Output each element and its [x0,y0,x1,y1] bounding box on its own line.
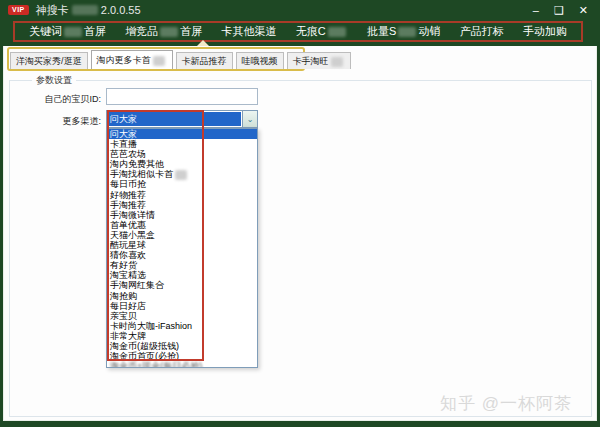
menu-item-label: 首屏 [84,24,106,39]
window-frame: VIP 神搜卡 2.0.0.55 – ❑ ✕ 关键词首屏增竞品首屏卡其他渠道无痕… [0,0,600,427]
minimize-button[interactable]: – [533,5,539,16]
dropdown-item-label: 好物推荐 [110,190,146,200]
dropdown-item[interactable]: 淘内免费其他 [107,159,257,169]
dropdown-item-label: 芭芭农场 [110,149,146,159]
tab-2[interactable]: 淘内更多卡首 [91,50,173,69]
dropdown-item[interactable]: 首单优惠 [107,220,257,230]
dropdown-item[interactable]: 淘金币(超级抵钱) [107,341,257,351]
dropdown-item-label: 手淘找相似卡首 [110,169,173,179]
dropdown-item[interactable]: 天猫小黑盒 [107,230,257,240]
menu-item[interactable]: 增竞品首屏 [125,24,202,39]
dropdown-item-label: 酷玩星球 [110,240,146,250]
tab-label: 卡手淘旺 [293,56,329,66]
channel-dropdown-list: 问大家卡直播芭芭农场淘内免费其他手淘找相似卡首每日币抢好物推荐手淘推荐手淘微详情… [106,128,258,368]
dropdown-item[interactable]: 卡时尚大咖-iFashion [107,321,257,331]
censored-blur [64,27,82,37]
menu-item[interactable]: 产品打标 [460,24,504,39]
dropdown-item-label: 每日币抢 [110,179,146,189]
menu-item[interactable]: 卡其他渠道 [222,24,277,39]
dropdown-item-label: 淘宝精选 [110,270,146,280]
dropdown-item[interactable]: 亲宝贝 [107,311,257,321]
combobox-selected-value: 问大家 [108,112,241,126]
watermark-text: 知乎 @一杯阿茶 [440,392,572,415]
content-area: 洋淘买家秀/逛逛淘内更多卡首卡新品推荐哇哦视频卡手淘旺 参数设置 自己的宝贝ID… [3,46,597,421]
maximize-button[interactable]: ❑ [554,5,564,16]
menu-item-label: 无痕C [296,24,326,39]
groupbox-label: 参数设置 [32,74,76,87]
menu-item-label: 关键词 [29,24,62,39]
dropdown-item[interactable]: 手淘微详情 [107,210,257,220]
dropdown-item[interactable]: 每日币抢 [107,179,257,189]
dropdown-item[interactable]: 手淘推荐 [107,200,257,210]
dropdown-item-label: 淘内免费其他 [110,159,164,169]
tab-label: 淘内更多卡首 [97,55,151,65]
menu-item[interactable]: 关键词首屏 [29,24,106,39]
dropdown-item-label: 淘金币(超级抵钱) [110,341,179,351]
dropdown-item-label: 首单优惠 [110,220,146,230]
censored-blur [160,27,178,37]
tab-1[interactable]: 洋淘买家秀/逛逛 [10,52,88,69]
dropdown-item-label: 卡直播 [110,139,137,149]
dropdown-item[interactable]: 淘抢购 [107,291,257,301]
dropdown-item[interactable]: 好物推荐 [107,190,257,200]
dropdown-item[interactable]: 酷玩星球 [107,240,257,250]
dropdown-item[interactable]: 芭芭农场 [107,149,257,159]
dropdown-item[interactable]: 淘金币+现金(每日必抢) [107,361,257,368]
dropdown-item-label: 每日好店 [110,301,146,311]
dropdown-item-label: 亲宝贝 [110,311,137,321]
censored-blur [331,57,343,67]
censored-blur [153,56,165,66]
dropdown-item-label: 手淘微详情 [110,210,155,220]
tab-5[interactable]: 卡手淘旺 [287,52,351,69]
menu-item-label: 产品打标 [460,24,504,39]
menu-annotation-box: 关键词首屏增竞品首屏卡其他渠道无痕C批量S动销产品打标手动加购 [13,21,583,42]
dropdown-item[interactable]: 淘宝精选 [107,270,257,280]
dropdown-item[interactable]: 每日好店 [107,301,257,311]
window-controls: – ❑ ✕ [533,0,588,20]
tab-4[interactable]: 哇哦视频 [236,52,284,69]
dropdown-item-label: 有好货 [110,260,137,270]
tab-label: 哇哦视频 [242,56,278,66]
window-title: 神搜卡 2.0.0.55 [36,3,141,18]
chevron-down-icon[interactable]: ⌄ [242,111,257,127]
censored-blur [398,27,416,37]
dropdown-item-label: 卡时尚大咖-iFashion [110,321,192,331]
dropdown-item[interactable]: 非常大牌 [107,331,257,341]
menu-item-label: 卡其他渠道 [222,24,277,39]
menu-item-label: 增竞品 [125,24,158,39]
dropdown-item[interactable]: 淘金币首页(必抢) [107,351,257,361]
dropdown-item[interactable]: 手淘找相似卡首 [107,169,257,179]
menu-item[interactable]: 批量S动销 [367,24,440,39]
censored-blur [175,170,187,180]
dropdown-item-label: 手淘推荐 [110,200,146,210]
dropdown-item-label: 天猫小黑盒 [110,230,155,240]
close-button[interactable]: ✕ [579,5,588,16]
censored-blur [72,5,98,15]
menu-item-label: 动销 [418,24,440,39]
menu-item-label: 首屏 [180,24,202,39]
dropdown-item[interactable]: 有好货 [107,260,257,270]
item-id-input[interactable] [106,88,258,105]
parameters-groupbox [9,80,592,417]
dropdown-item[interactable]: 手淘网红集合 [107,280,257,290]
dropdown-item-label: 淘金币+现金(每日必抢) [110,361,202,368]
dropdown-item[interactable]: 问大家 [107,129,257,139]
title-bar: VIP 神搜卡 2.0.0.55 – ❑ ✕ [0,0,600,20]
app-window: VIP 神搜卡 2.0.0.55 – ❑ ✕ 关键词首屏增竞品首屏卡其他渠道无痕… [0,0,600,430]
dropdown-item[interactable]: 卡直播 [107,139,257,149]
dropdown-item-label: 淘金币首页(必抢) [110,351,179,361]
dropdown-item-label: 手淘网红集合 [110,280,164,290]
window-title-prefix: 神搜卡 [36,3,69,18]
menu-item[interactable]: 无痕C [296,24,348,39]
dropdown-item-label: 淘抢购 [110,291,137,301]
dropdown-item[interactable]: 猜你喜欢 [107,250,257,260]
menu-item-label: 批量S [367,24,396,39]
vip-badge-icon: VIP [8,5,29,15]
tab-label: 洋淘买家秀/逛逛 [16,56,82,66]
dropdown-item-label: 猜你喜欢 [110,250,146,260]
channel-combobox[interactable]: 问大家 ⌄ [106,110,258,128]
dropdown-item-label: 非常大牌 [110,331,146,341]
menu-item[interactable]: 手动加购 [523,24,567,39]
tab-3[interactable]: 卡新品推荐 [176,52,233,69]
menu-item-label: 手动加购 [523,24,567,39]
